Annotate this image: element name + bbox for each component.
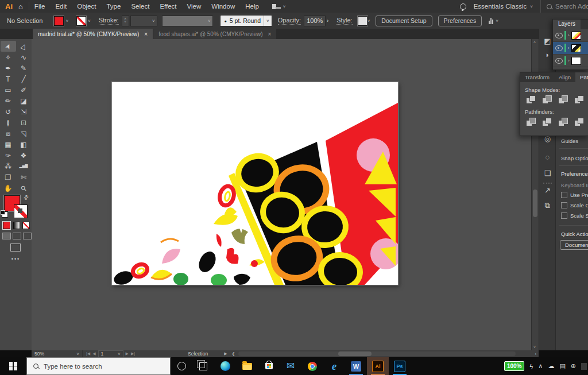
stroke-color-well[interactable] — [14, 204, 28, 218]
edit-toolbar-icon[interactable]: ••• — [0, 256, 32, 262]
chevron-down-icon[interactable]: ˅ — [88, 18, 91, 24]
expand-layer-icon[interactable]: › — [568, 33, 570, 38]
unite-icon[interactable] — [526, 95, 536, 104]
tool-zoom[interactable]: ⚲ — [16, 183, 32, 194]
stepper-down-icon[interactable]: ˅ — [124, 21, 126, 24]
document-setup-button[interactable]: Document Setup — [376, 16, 432, 26]
tab-madrid-trial[interactable]: madrid trial.ai* @ 50% (CMYK/Preview) × — [33, 29, 153, 39]
tool-magic-wand[interactable]: ✧ — [1, 52, 16, 63]
menu-file[interactable]: File — [29, 3, 51, 10]
style-label[interactable]: Style: — [336, 17, 353, 25]
export-panel-icon[interactable]: ↗ — [539, 186, 556, 195]
exclude-icon[interactable] — [574, 95, 584, 104]
style-swatch[interactable] — [358, 16, 368, 26]
menu-effect[interactable]: Effect — [154, 3, 181, 10]
show-hidden-icons-chevron[interactable]: ∧ — [538, 362, 543, 370]
merge-icon[interactable] — [558, 118, 568, 126]
intersect-icon[interactable] — [558, 95, 568, 104]
stroke-weight-label[interactable]: Stroke: — [99, 17, 119, 25]
brush-definition-select[interactable]: ● 5 pt. Round ˅ — [220, 15, 272, 26]
scale-corners-checkbox[interactable] — [561, 202, 567, 208]
draw-inside-icon[interactable] — [23, 233, 32, 239]
tool-symbol-sprayer[interactable]: ⁂ — [1, 161, 16, 172]
battery-icon[interactable]: ▤ — [559, 362, 565, 370]
power-plug-icon[interactable]: ϟ — [529, 363, 533, 370]
tool-slice[interactable]: ✄ — [16, 172, 32, 183]
dock-handle[interactable] — [543, 183, 552, 184]
menu-edit[interactable]: Edit — [50, 3, 72, 10]
tool-pen[interactable]: ✒ — [1, 63, 16, 74]
stroke-weight-stepper[interactable]: ˄ ˅ — [122, 16, 129, 26]
tool-blend[interactable]: ❖ — [16, 150, 32, 161]
edge-button[interactable] — [214, 357, 236, 375]
word-button[interactable]: W — [345, 357, 367, 375]
draw-behind-icon[interactable] — [13, 233, 21, 239]
guides-row[interactable]: Guides — [561, 138, 578, 144]
tool-graph[interactable]: ▂▅▇ — [16, 161, 32, 172]
tool-rotate[interactable]: ↺ — [1, 106, 16, 117]
chevron-down-icon[interactable]: ˅ — [496, 18, 498, 24]
scale-strokes-checkbox[interactable] — [561, 212, 567, 219]
tool-hand[interactable]: ✋ — [1, 183, 16, 194]
none-button[interactable] — [22, 222, 30, 229]
cortana-button[interactable] — [171, 357, 192, 375]
tab-transform[interactable]: Transform — [520, 72, 554, 82]
stroke-weight-select[interactable]: ˅ — [130, 16, 157, 26]
tab-align[interactable]: Align — [554, 72, 575, 82]
draw-normal-icon[interactable] — [2, 233, 11, 239]
divide-icon[interactable] — [526, 118, 536, 126]
menu-select[interactable]: Select — [126, 3, 154, 10]
opacity-value-field[interactable]: 100% — [304, 16, 326, 26]
vertical-scroll-thumb[interactable] — [533, 190, 537, 217]
battery-status-badge[interactable]: 100% — [504, 361, 525, 371]
swap-fill-stroke-icon[interactable]: ⇄ — [22, 194, 29, 202]
opacity-label[interactable]: Opacity: — [278, 17, 301, 25]
status-menu-icon[interactable]: ▶ — [224, 351, 227, 356]
tool-selection[interactable]: ➤ — [1, 41, 16, 52]
chevron-down-icon[interactable]: ˅ — [368, 18, 370, 24]
start-button[interactable] — [0, 357, 26, 375]
default-fill-stroke-icon[interactable] — [2, 211, 8, 218]
internet-explorer-button[interactable]: e — [323, 357, 345, 375]
first-artboard-icon[interactable]: |◀ — [86, 351, 90, 356]
change-screen-mode-icon[interactable] — [10, 243, 21, 252]
menu-view[interactable]: View — [182, 3, 207, 10]
taskbar-search-box[interactable]: Type here to search — [26, 357, 171, 375]
tool-eyedropper[interactable]: ✑ — [1, 150, 16, 161]
fill-color-swatch[interactable] — [54, 16, 64, 26]
crop-icon[interactable] — [574, 118, 584, 126]
chevron-right-icon[interactable]: › — [327, 18, 328, 24]
tool-shape-builder[interactable]: ⧈ — [1, 128, 16, 139]
color-button[interactable] — [3, 222, 10, 229]
expand-layer-icon[interactable]: › — [568, 45, 570, 51]
horizontal-scrollbar[interactable] — [238, 351, 515, 356]
chevron-down-icon[interactable]: ˅ — [65, 18, 68, 24]
artwork-canvas[interactable] — [112, 82, 398, 285]
layer-row[interactable]: › — [553, 29, 588, 42]
artboard[interactable] — [112, 82, 398, 285]
onedrive-cloud-icon[interactable]: ☁ — [548, 362, 554, 370]
tool-artboard[interactable]: ❐ — [1, 172, 16, 183]
scroll-right-icon[interactable]: › — [535, 352, 536, 356]
visibility-eye-icon[interactable] — [555, 33, 563, 38]
minus-front-icon[interactable] — [542, 95, 552, 104]
pattern-panel-icon[interactable]: ◌ — [539, 153, 556, 161]
file-explorer-button[interactable] — [236, 357, 258, 375]
network-globe-icon[interactable]: ⊕ — [571, 362, 576, 370]
use-preview-bounds-checkbox[interactable] — [561, 192, 567, 198]
scroll-down-icon[interactable]: ˅ — [533, 345, 536, 349]
menu-help[interactable]: Help — [240, 3, 264, 10]
tool-perspective-grid[interactable]: ◹ — [16, 128, 32, 139]
close-icon[interactable]: × — [268, 31, 272, 37]
symbols-panel-icon[interactable]: ❏ — [539, 169, 556, 177]
tool-width[interactable]: ≬ — [1, 117, 16, 128]
tool-paintbrush[interactable]: ✐ — [16, 84, 32, 95]
zoom-level-select[interactable]: 50% ˅ — [32, 350, 83, 357]
layer-row-selected[interactable]: › — [553, 42, 588, 55]
visibility-eye-icon[interactable] — [555, 58, 563, 64]
home-icon[interactable]: ⌂ — [17, 2, 29, 11]
layer-row[interactable]: › — [553, 55, 588, 67]
tool-free-transform[interactable]: ⊡ — [16, 117, 32, 128]
task-view-button[interactable] — [192, 357, 214, 375]
tool-line-segment[interactable]: ╱ — [16, 74, 32, 84]
